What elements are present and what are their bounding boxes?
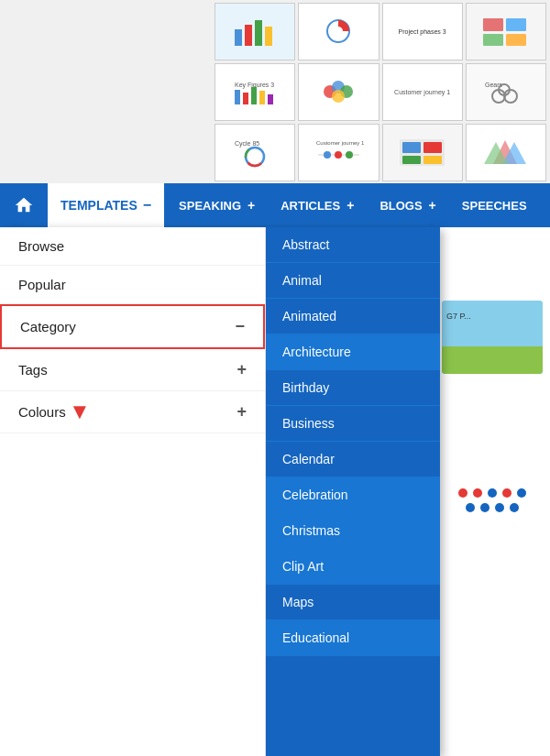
- thumb-grid: Project phases 3 Key Figures 3: [214, 3, 546, 181]
- svg-rect-0: [235, 29, 242, 46]
- dot: [510, 503, 519, 512]
- blogs-plus-icon: +: [429, 198, 436, 213]
- category-birthday[interactable]: Birthday: [266, 370, 440, 406]
- browse-item[interactable]: Browse: [0, 227, 265, 266]
- svg-rect-8: [483, 34, 503, 46]
- articles-menu[interactable]: ARTICLES +: [268, 183, 367, 227]
- tags-plus-icon: +: [236, 360, 247, 379]
- thumb-10[interactable]: Customer journey 1: [298, 124, 379, 181]
- thumb-5[interactable]: Key Figures 3: [214, 63, 295, 121]
- navbar: TEMPLATES − SPEAKING + ARTICLES + BLOGS …: [0, 183, 550, 227]
- category-celebration[interactable]: Celebration: [266, 477, 440, 513]
- colours-item[interactable]: Colours +: [0, 391, 265, 433]
- category-maps[interactable]: Maps: [266, 585, 440, 620]
- browse-label: Browse: [18, 238, 64, 254]
- dot: [502, 488, 512, 498]
- svg-point-32: [346, 151, 353, 159]
- home-button[interactable]: [0, 183, 48, 227]
- colours-plus-icon: +: [236, 402, 247, 422]
- category-label: Category: [20, 319, 76, 334]
- home-icon: [14, 195, 34, 215]
- dot: [458, 488, 468, 498]
- dot: [495, 503, 504, 512]
- svg-rect-68: [442, 346, 543, 374]
- svg-rect-1: [245, 25, 252, 46]
- category-abstract[interactable]: Abstract: [266, 227, 440, 263]
- svg-text:G7 P...: G7 P...: [446, 312, 471, 321]
- svg-rect-35: [424, 142, 442, 153]
- speaking-plus-icon: +: [248, 198, 255, 213]
- speeches-menu[interactable]: SPEECHES: [449, 183, 540, 227]
- articles-label: ARTICLES: [280, 199, 340, 213]
- svg-rect-14: [259, 91, 265, 104]
- tags-item[interactable]: Tags +: [0, 349, 265, 391]
- thumb-7[interactable]: Customer journey 1: [382, 63, 463, 121]
- thumb-9[interactable]: Cycle 85: [214, 124, 295, 181]
- templates-menu[interactable]: TEMPLATES −: [48, 183, 166, 227]
- speaking-label: SPEAKING: [179, 199, 241, 213]
- svg-rect-3: [265, 27, 272, 46]
- thumb-1[interactable]: [214, 3, 295, 60]
- svg-point-5: [334, 27, 343, 36]
- svg-text:Cycle 85: Cycle 85: [235, 140, 259, 148]
- svg-point-22: [504, 90, 517, 103]
- dot: [466, 503, 475, 512]
- dropdown-panel: Browse Popular Category − Tags + Colours…: [0, 227, 440, 756]
- svg-rect-36: [402, 156, 421, 164]
- speaking-menu[interactable]: SPEAKING +: [166, 183, 268, 227]
- right-card-1-image: G7 P...: [442, 301, 543, 374]
- category-animated[interactable]: Animated: [266, 299, 440, 334]
- thumb-11[interactable]: [382, 124, 463, 181]
- category-minus-icon: −: [235, 317, 245, 336]
- dot: [473, 488, 482, 498]
- thumb-12[interactable]: [466, 124, 546, 181]
- category-animal[interactable]: Animal: [266, 263, 440, 299]
- templates-minus-icon: −: [143, 197, 151, 214]
- thumb-8[interactable]: Gears: [466, 63, 546, 121]
- dropdown-left: Browse Popular Category − Tags + Colours…: [0, 227, 266, 756]
- category-architecture[interactable]: Architecture: [266, 334, 440, 370]
- svg-rect-7: [506, 18, 526, 31]
- right-card-2-image: [442, 464, 543, 537]
- tags-label: Tags: [18, 362, 48, 378]
- svg-rect-2: [255, 20, 262, 46]
- colours-label: Colours: [18, 404, 66, 420]
- svg-point-30: [324, 151, 331, 159]
- popular-item[interactable]: Popular: [0, 266, 265, 304]
- category-calendar[interactable]: Calendar: [266, 442, 440, 477]
- svg-rect-13: [251, 87, 257, 104]
- category-educational[interactable]: Educational: [266, 620, 440, 656]
- popular-label: Popular: [18, 277, 66, 292]
- svg-rect-15: [268, 94, 273, 104]
- category-christmas[interactable]: Christmas: [266, 513, 440, 549]
- articles-plus-icon: +: [346, 198, 354, 213]
- dropdown-right: Abstract Animal Animated Architecture Bi…: [266, 227, 440, 756]
- down-arrow-indicator: ▼: [69, 399, 91, 424]
- right-card-1[interactable]: G7 P...: [442, 301, 550, 383]
- category-clipart[interactable]: Clip Art: [266, 549, 440, 585]
- dot: [488, 488, 497, 498]
- thumb-4[interactable]: [466, 3, 546, 60]
- category-item[interactable]: Category −: [0, 304, 265, 349]
- speeches-label: SPEECHES: [462, 199, 527, 213]
- svg-rect-37: [424, 156, 442, 164]
- blogs-label: BLOGS: [380, 199, 422, 213]
- category-business[interactable]: Business: [266, 406, 440, 442]
- svg-rect-6: [483, 18, 503, 31]
- svg-rect-11: [235, 90, 240, 104]
- svg-rect-34: [402, 142, 421, 153]
- thumb-3[interactable]: Project phases 3: [382, 3, 463, 60]
- svg-point-19: [332, 90, 345, 103]
- thumb-2[interactable]: [298, 3, 379, 60]
- svg-text:Customer journey 1: Customer journey 1: [316, 140, 364, 146]
- right-card-2[interactable]: [442, 464, 550, 546]
- svg-point-31: [335, 151, 342, 159]
- blogs-menu[interactable]: BLOGS +: [367, 183, 448, 227]
- thumb-6[interactable]: [298, 63, 379, 121]
- thumbnail-area: Project phases 3 Key Figures 3: [0, 0, 550, 183]
- svg-rect-12: [243, 93, 248, 104]
- svg-rect-9: [506, 34, 526, 46]
- dot: [480, 503, 490, 512]
- templates-label: TEMPLATES: [60, 198, 138, 213]
- dot: [517, 488, 526, 498]
